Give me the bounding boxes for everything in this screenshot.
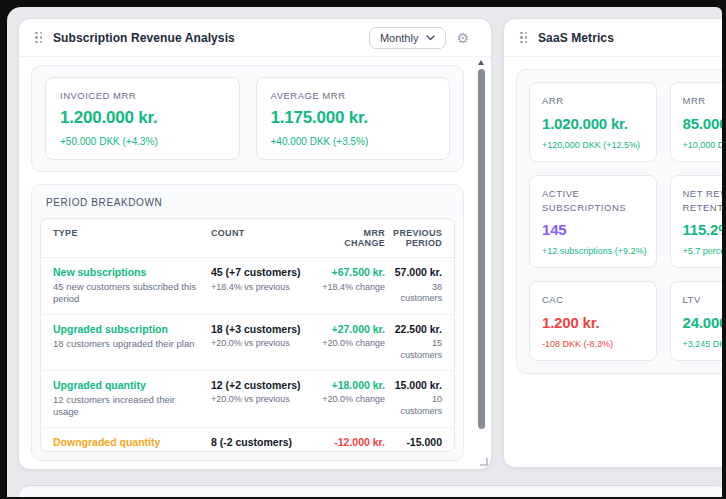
scroll-up-arrow-icon[interactable]	[478, 60, 484, 65]
row-mrr: +18.000 kr.	[311, 379, 385, 393]
mrr-summary-section: INVOICED MRR 1.200.000 kr. +50.000 DKK (…	[31, 65, 464, 172]
saas-metrics-widget: SaaS Metrics ARR 1.020.000 kr. +120,000 …	[503, 18, 722, 468]
widget-header: Subscription Revenue Analysis Monthly ⚙	[19, 19, 491, 57]
row-type: New subscriptions	[53, 266, 203, 279]
widget-body: INVOICED MRR 1.200.000 kr. +50.000 DKK (…	[31, 65, 464, 461]
metric-label: INVOICED MRR	[60, 90, 225, 101]
metric-label: ARR	[542, 94, 644, 108]
breakdown-table: TYPE COUNT MRR CHANGE PREVIOUS PERIOD Ne…	[40, 218, 455, 452]
row-desc: 12 customers increased their usage	[53, 394, 203, 419]
section-title: PERIOD BREAKDOWN	[40, 197, 455, 218]
widget-title: SaaS Metrics	[538, 31, 614, 45]
row-prev: -15.000 kr.	[393, 436, 442, 452]
row-prev-sub: 15 customers	[393, 338, 442, 361]
row-prev: 22.500 kr.	[393, 323, 442, 337]
row-desc: 18 customers upgraded their plan	[53, 338, 203, 350]
row-count-sub: -20.0% vs previous	[211, 451, 303, 452]
table-row: Upgraded quantity 12 customers increased…	[41, 370, 454, 427]
metric-delta: +12 subscriptions (+9.2%)	[542, 246, 644, 256]
widget-scrollbar[interactable]	[477, 59, 486, 461]
row-mrr: -12.000 kr.	[311, 436, 385, 450]
row-prev: 15.000 kr.	[393, 379, 442, 393]
row-count: 12 (+2 customers)	[211, 379, 303, 393]
metric-delta: +5.7 percentage points	[683, 246, 723, 256]
row-count-sub: +20.0% vs previous	[211, 338, 303, 350]
metric-delta: +120,000 DKK (+12.5%)	[542, 140, 644, 150]
row-type: Upgraded quantity	[53, 379, 203, 392]
metric-delta: +10,000 DKK	[683, 140, 723, 150]
col-type: TYPE	[53, 228, 203, 238]
row-mrr: +27.000 kr.	[311, 323, 385, 337]
metric-delta: +50.000 DKK (+4.3%)	[60, 136, 225, 147]
metric-card-invoiced-mrr: INVOICED MRR 1.200.000 kr. +50.000 DKK (…	[45, 77, 240, 160]
col-count: COUNT	[211, 228, 303, 238]
metric-delta: +40.000 DKK (+3.5%)	[271, 136, 436, 147]
metric-label: MRR	[683, 94, 723, 108]
metric-label: LTV	[683, 293, 723, 307]
metric-label: AVERAGE MRR	[271, 90, 436, 101]
row-prev-sub: 38 customers	[393, 282, 442, 305]
row-desc: 8 customers reduced their usage	[53, 451, 203, 452]
row-count-sub: +20.0% vs previous	[211, 394, 303, 406]
metric-value: 24.000 kr.	[683, 314, 723, 331]
row-count: 45 (+7 customers)	[211, 266, 303, 280]
dashboard-canvas: Subscription Revenue Analysis Monthly ⚙ …	[7, 7, 722, 497]
row-type: Downgraded quantity	[53, 436, 203, 449]
metric-card-arr: ARR 1.020.000 kr. +120,000 DKK (+12.5%)	[529, 82, 657, 162]
metric-card-active-subscriptions: ACTIVE SUBSCRIPTIONS 145 +12 subscriptio…	[529, 175, 657, 269]
metric-card-mrr: MRR 85.000 kr. +10,000 DKK	[670, 82, 723, 162]
metric-label: ACTIVE SUBSCRIPTIONS	[542, 187, 644, 215]
row-count: 8 (-2 customers)	[211, 436, 303, 450]
metric-value: 115.2%	[683, 221, 723, 238]
row-mrr-sub: +18.4% change	[311, 282, 385, 294]
row-desc: 45 new customers subscribed this period	[53, 281, 203, 306]
saas-metrics-grid: ARR 1.020.000 kr. +120,000 DKK (+12.5%) …	[516, 69, 722, 374]
row-type: Upgraded subscription	[53, 323, 203, 336]
row-prev: 57.000 kr.	[393, 266, 442, 280]
metric-delta: -108 DKK (-8.3%)	[542, 339, 644, 349]
widget-title: Subscription Revenue Analysis	[53, 31, 235, 45]
metric-value: 145	[542, 221, 644, 238]
row-mrr: +67.500 kr.	[311, 266, 385, 280]
metric-card-ltv: LTV 24.000 kr. +3,245 DKK	[670, 281, 723, 361]
metric-value: 85.000 kr.	[683, 115, 723, 132]
col-previous-period: PREVIOUS PERIOD	[393, 228, 442, 248]
metric-label: CAC	[542, 293, 644, 307]
resize-grip-icon[interactable]	[479, 457, 488, 466]
drag-handle-icon[interactable]	[33, 30, 44, 46]
subscription-revenue-widget: Subscription Revenue Analysis Monthly ⚙ …	[18, 18, 492, 470]
period-select[interactable]: Monthly	[369, 27, 447, 49]
row-count-sub: +18.4% vs previous	[211, 282, 303, 294]
bottom-widget	[18, 485, 722, 497]
metric-value: 1.200 kr.	[542, 314, 644, 331]
table-row: New subscriptions 45 new customers subsc…	[41, 258, 454, 314]
widget-header: SaaS Metrics	[504, 19, 722, 57]
row-count: 18 (+3 customers)	[211, 323, 303, 337]
metric-delta: +3,245 DKK	[683, 339, 723, 349]
metric-value: 1.175.000 kr.	[271, 108, 436, 128]
gear-icon[interactable]: ⚙	[456, 31, 469, 45]
metric-value: 1.020.000 kr.	[542, 115, 644, 132]
scrollbar-thumb[interactable]	[478, 69, 485, 429]
metric-card-cac: CAC 1.200 kr. -108 DKK (-8.3%)	[529, 281, 657, 361]
metric-card-average-mrr: AVERAGE MRR 1.175.000 kr. +40.000 DKK (+…	[256, 77, 451, 160]
period-breakdown-section: PERIOD BREAKDOWN TYPE COUNT MRR CHANGE P…	[31, 184, 464, 461]
drag-handle-icon[interactable]	[518, 30, 529, 46]
table-header-row: TYPE COUNT MRR CHANGE PREVIOUS PERIOD	[41, 219, 454, 258]
row-mrr-sub: +20.0% change	[311, 394, 385, 406]
table-row: Upgraded subscription 18 customers upgra…	[41, 314, 454, 370]
row-prev-sub: 10 customers	[393, 394, 442, 417]
table-row: Downgraded quantity 8 customers reduced …	[41, 427, 454, 452]
metric-value: 1.200.000 kr.	[60, 108, 225, 128]
period-select-value: Monthly	[380, 32, 419, 44]
row-mrr-sub: +20.0% change	[311, 338, 385, 350]
metric-card-net-revenue-retention: NET REVENUE RETENTION 115.2% +5.7 percen…	[670, 175, 723, 269]
chevron-down-icon	[426, 35, 435, 41]
row-mrr-sub: -20.0% change	[311, 451, 385, 452]
col-mrr-change: MRR CHANGE	[311, 228, 385, 248]
metric-label: NET REVENUE RETENTION	[683, 187, 723, 215]
